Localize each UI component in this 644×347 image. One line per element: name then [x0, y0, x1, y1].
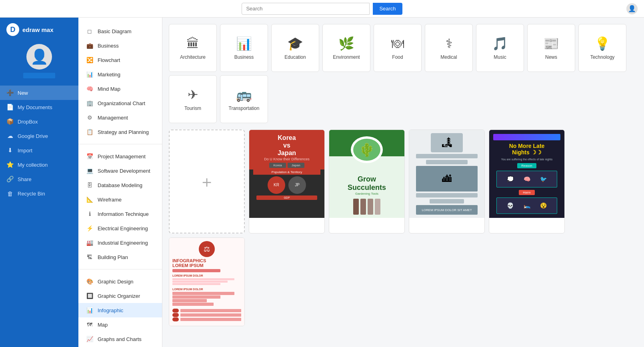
category-tourism[interactable]: ✈ Tourism	[169, 75, 217, 123]
sidebar-item-recycle-bin-label: Recycle Bin	[18, 191, 45, 197]
category-business[interactable]: 📊 Business	[220, 24, 268, 72]
nav-item-graphic-organizer-label: Graphic Organizer	[98, 293, 140, 299]
nav-item-flowchart[interactable]: 🔀 Flowchart	[78, 53, 162, 67]
sidebar-item-my-documents-label: My Documents	[18, 104, 52, 110]
search-wrapper: Search	[242, 3, 402, 15]
nav-item-basic-diagram-label: Basic Diagram	[98, 28, 132, 34]
nav-item-mind-map-label: Mind Map	[98, 86, 120, 92]
nav-item-database[interactable]: 🗄 Database Modeling	[78, 178, 162, 192]
recycle-bin-icon: 🗑	[6, 190, 14, 197]
category-grid: 🏛 Architecture 📊 Business 🎓 Education 🌿 …	[169, 24, 638, 123]
nav-item-project-mgmt-label: Project Management	[98, 154, 146, 160]
flowchart-icon: 🔀	[86, 56, 94, 64]
import-icon: ⬇	[6, 147, 14, 154]
nav-item-org-chart[interactable]: 🏢 Organizational Chart	[78, 96, 162, 110]
nav-item-wireframe[interactable]: 📐 Wireframe	[78, 192, 162, 207]
user-avatar-icon[interactable]: 👤	[626, 3, 638, 14]
new-icon: ➕	[6, 89, 14, 96]
sidebar-item-share[interactable]: 🔗 Share	[0, 172, 78, 186]
template-preview-korea-japan: KoreavsJapan Do U Know their Differences…	[249, 130, 324, 218]
search-button[interactable]: Search	[373, 3, 402, 15]
sidebar-nav: ➕ New 📄 My Documents 📦 DropBox ☁ Google …	[0, 84, 78, 202]
nav-item-org-chart-label: Organizational Chart	[98, 100, 145, 106]
nav-item-graphs-charts-label: Graphs and Charts	[98, 336, 142, 342]
category-transportation[interactable]: 🚌 Transportation	[220, 75, 268, 123]
business-cat-icon: 📊	[236, 36, 252, 51]
nav-item-graphic-design[interactable]: 🎨 Graphic Design	[78, 274, 162, 289]
nav-item-business[interactable]: 💼 Business	[78, 38, 162, 53]
category-environment[interactable]: 🌿 Environment	[322, 24, 370, 72]
map-icon: 🗺	[86, 321, 94, 329]
education-label: Education	[284, 54, 306, 60]
nav-item-project-mgmt[interactable]: 📅 Project Management	[78, 149, 162, 164]
technology-label: Technology	[590, 54, 615, 60]
template-card-grow-succulents[interactable]: 🌵 GrowSucculents Gardening Tools	[329, 130, 405, 233]
template-card-blue-info[interactable]: 🏞 🏙 LOREM IPSUM DOLOR SIT AMET	[409, 130, 485, 233]
architecture-label: Architecture	[180, 54, 206, 60]
nav-item-electrical[interactable]: ⚡ Electrical Engineering	[78, 221, 162, 235]
graphs-charts-icon: 📈	[86, 335, 94, 343]
transportation-icon: 🚌	[236, 87, 252, 102]
org-chart-icon: 🏢	[86, 99, 94, 107]
nav-item-building-plan[interactable]: 🏗 Building Plan	[78, 250, 162, 264]
music-icon: 🎵	[492, 36, 508, 51]
category-architecture[interactable]: 🏛 Architecture	[169, 24, 217, 72]
category-medical[interactable]: ⚕ Medical	[425, 24, 473, 72]
sidebar-item-dropbox-label: DropBox	[18, 119, 38, 125]
nav-item-marketing[interactable]: 📊 Marketing	[78, 67, 162, 82]
mind-map-icon: 🧠	[86, 85, 94, 93]
category-technology[interactable]: 💡 Technology	[578, 24, 626, 72]
nav-item-wireframe-label: Wireframe	[98, 197, 122, 203]
category-food[interactable]: 🍽 Food	[374, 24, 422, 72]
sidebar-item-import[interactable]: ⬇ Import	[0, 143, 78, 158]
category-news[interactable]: 📰 News	[527, 24, 575, 72]
nav-item-map[interactable]: 🗺 Map	[78, 317, 162, 332]
template-card-korea-japan[interactable]: KoreavsJapan Do U Know their Differences…	[249, 130, 325, 233]
template-card-red-info[interactable]: ⚖ INFOGRAPHICSLOREM IPSUM LOREM IPSUM DO…	[169, 237, 245, 326]
sidebar-item-recycle-bin[interactable]: 🗑 Recycle Bin	[0, 186, 78, 201]
category-education[interactable]: 🎓 Education	[271, 24, 319, 72]
nav-item-marketing-label: Marketing	[98, 72, 120, 78]
search-input[interactable]	[242, 3, 370, 15]
template-preview-grow-succulents: 🌵 GrowSucculents Gardening Tools	[329, 130, 404, 218]
template-preview-red-info: ⚖ INFOGRAPHICSLOREM IPSUM LOREM IPSUM DO…	[169, 238, 244, 326]
basic-diagram-icon: ◻	[86, 27, 94, 35]
medical-label: Medical	[440, 54, 457, 60]
tourism-label: Tourism	[184, 106, 201, 111]
dropbox-icon: 📦	[6, 118, 14, 125]
sidebar-item-my-documents[interactable]: 📄 My Documents	[0, 100, 78, 114]
wireframe-icon: 📐	[86, 195, 94, 203]
nav-item-info-technique[interactable]: ℹ Information Technique	[78, 207, 162, 221]
graphic-organizer-icon: 🔲	[86, 292, 94, 300]
nav-item-map-label: Map	[98, 322, 108, 328]
nav-item-software-dev[interactable]: 💻 Software Development	[78, 164, 162, 178]
nav-item-graphs-charts[interactable]: 📈 Graphs and Charts	[78, 332, 162, 346]
software-dev-icon: 💻	[86, 167, 94, 175]
nav-item-flowchart-label: Flowchart	[98, 57, 120, 63]
nav-divider-1	[78, 144, 162, 144]
sidebar-item-google-drive[interactable]: ☁ Google Drive	[0, 129, 78, 143]
nav-item-infographic[interactable]: 📊 Infographic	[78, 303, 162, 317]
nav-item-infographic-label: Infographic	[98, 307, 123, 313]
template-preview-blue-info: 🏞 🏙 LOREM IPSUM DOLOR SIT AMET	[409, 130, 484, 218]
sidebar-item-dropbox[interactable]: 📦 DropBox	[0, 114, 78, 129]
nav-item-management[interactable]: ⚙ Management	[78, 110, 162, 125]
sidebar-item-my-collection[interactable]: ⭐ My collection	[0, 158, 78, 172]
template-img-korea-japan: KoreavsJapan Do U Know their Differences…	[249, 130, 324, 218]
environment-icon: 🌿	[338, 36, 354, 51]
nav-item-graphic-organizer[interactable]: 🔲 Graphic Organizer	[78, 289, 162, 303]
nav-item-strategy[interactable]: 📋 Strategy and Planning	[78, 125, 162, 139]
template-card-new[interactable]: ＋	[169, 130, 245, 233]
education-icon: 🎓	[287, 36, 303, 51]
main-layout: D edraw max 👤 ➕ New 📄 My Documents 📦 Dro…	[0, 18, 644, 347]
template-img-late-nights: No More LateNights ☽☽ You are suffering …	[489, 130, 564, 218]
nav-item-mind-map[interactable]: 🧠 Mind Map	[78, 82, 162, 96]
sidebar-item-new[interactable]: ➕ New	[0, 86, 78, 100]
template-preview-late-nights: No More LateNights ☽☽ You are suffering …	[489, 130, 564, 218]
nav-item-industrial[interactable]: 🏭 Industrial Engineering	[78, 235, 162, 250]
sidebar-item-import-label: Import	[18, 148, 32, 154]
nav-item-basic-diagram[interactable]: ◻ Basic Diagram	[78, 24, 162, 38]
nav-section-2: 📅 Project Management 💻 Software Developm…	[78, 148, 162, 266]
category-music[interactable]: 🎵 Music	[476, 24, 524, 72]
template-card-late-nights[interactable]: No More LateNights ☽☽ You are suffering …	[489, 130, 565, 233]
